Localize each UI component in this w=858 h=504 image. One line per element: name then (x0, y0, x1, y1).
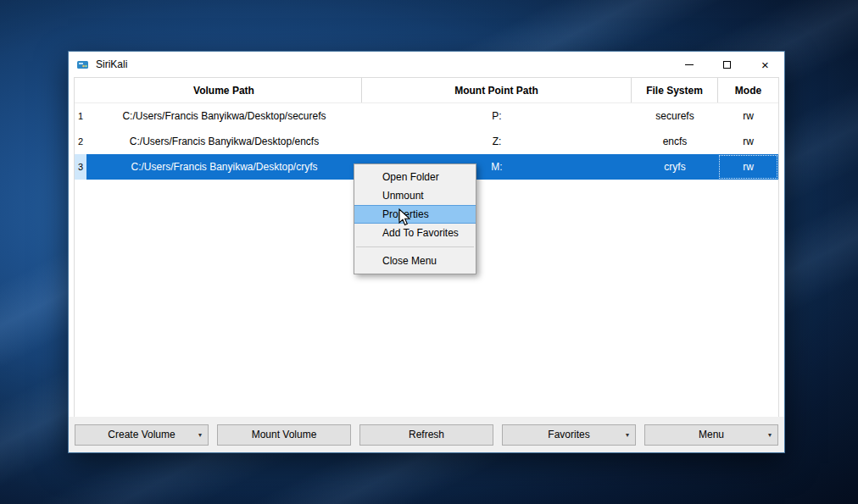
dropdown-arrow-icon: ▾ (626, 431, 629, 439)
menu-button[interactable]: Menu ▾ (644, 424, 778, 446)
menu-item-open-folder[interactable]: Open Folder (354, 168, 476, 186)
dropdown-arrow-icon: ▾ (768, 431, 772, 439)
window-title: SiriKali (96, 58, 127, 70)
table-header-row: Volume Path Mount Point Path File System… (75, 78, 778, 103)
mode-cell[interactable]: rw (718, 154, 778, 180)
row-number: 3 (75, 154, 86, 180)
table-row[interactable]: 1 C:/Users/Francis Banyikwa/Desktop/secu… (75, 103, 778, 129)
desktop-background: SiriKali × Volume Path Mount Point Path … (0, 0, 858, 504)
close-button[interactable]: × (746, 52, 784, 77)
refresh-label: Refresh (409, 429, 444, 440)
minimize-button[interactable] (670, 52, 708, 77)
refresh-button[interactable]: Refresh (359, 424, 493, 446)
close-icon: × (761, 58, 769, 71)
sirikali-app-icon (76, 58, 90, 71)
menu-label: Menu (699, 429, 724, 440)
table-row[interactable]: 2 C:/Users/Francis Banyikwa/Desktop/encf… (75, 129, 778, 154)
column-header-mode[interactable]: Mode (718, 78, 778, 102)
menu-item-properties[interactable]: Properties (354, 205, 476, 224)
column-header-mount-point-path[interactable]: Mount Point Path (362, 78, 632, 102)
mount-point-cell[interactable]: P: (362, 103, 632, 129)
titlebar[interactable]: SiriKali × (69, 52, 784, 77)
volume-path-cell[interactable]: C:/Users/Francis Banyikwa/Desktop/cryfs (86, 154, 362, 180)
create-volume-button[interactable]: Create Volume ▾ (75, 424, 209, 446)
favorites-button[interactable]: Favorites ▾ (502, 424, 636, 446)
menu-item-close-menu[interactable]: Close Menu (354, 252, 476, 270)
bottom-toolbar: Create Volume ▾ Mount Volume Refresh Fav… (69, 417, 784, 452)
column-header-volume-path[interactable]: Volume Path (86, 78, 362, 102)
volume-path-cell[interactable]: C:/Users/Francis Banyikwa/Desktop/encfs (86, 129, 362, 154)
mount-point-cell[interactable]: Z: (362, 129, 632, 154)
file-system-cell[interactable]: securefs (632, 103, 718, 129)
menu-item-add-to-favorites[interactable]: Add To Favorites (354, 224, 476, 242)
file-system-cell[interactable]: encfs (632, 129, 718, 154)
mount-volume-button[interactable]: Mount Volume (217, 424, 351, 446)
dropdown-arrow-icon: ▾ (198, 431, 202, 439)
favorites-label: Favorites (548, 429, 589, 440)
maximize-icon (723, 61, 731, 69)
minimize-icon (685, 64, 694, 65)
maximize-button[interactable] (708, 52, 746, 77)
table-corner-cell (75, 78, 86, 102)
mode-cell[interactable]: rw (718, 103, 778, 129)
file-system-cell[interactable]: cryfs (632, 154, 718, 180)
column-header-file-system[interactable]: File System (632, 78, 718, 102)
row-number: 2 (75, 129, 86, 154)
volume-path-cell[interactable]: C:/Users/Francis Banyikwa/Desktop/secure… (86, 103, 362, 129)
context-menu: Open Folder Unmount Properties Add To Fa… (354, 163, 476, 274)
mount-volume-label: Mount Volume (252, 429, 317, 440)
create-volume-label: Create Volume (108, 429, 175, 440)
mode-cell[interactable]: rw (718, 129, 778, 154)
menu-separator (356, 246, 474, 247)
row-number: 1 (75, 103, 86, 129)
menu-item-unmount[interactable]: Unmount (354, 186, 476, 205)
window-controls: × (670, 52, 784, 77)
